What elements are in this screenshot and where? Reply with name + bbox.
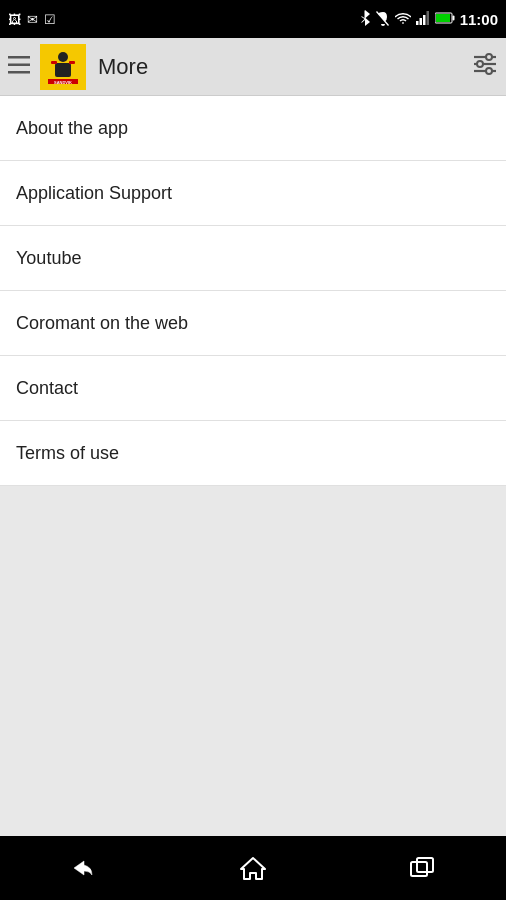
svg-point-18 — [486, 54, 492, 60]
mute-icon — [376, 10, 390, 29]
menu-list: About the app Application Support Youtub… — [0, 96, 506, 486]
status-time: 11:00 — [460, 11, 498, 28]
svg-rect-6 — [452, 15, 454, 20]
svg-rect-9 — [8, 71, 30, 74]
app-logo: SANDVIK — [40, 44, 86, 90]
menu-item-about[interactable]: About the app — [0, 96, 506, 161]
svg-rect-3 — [426, 11, 429, 25]
menu-item-youtube-label: Youtube — [16, 248, 81, 269]
menu-item-coromant[interactable]: Coromant on the web — [0, 291, 506, 356]
wifi-icon — [395, 12, 411, 27]
menu-item-contact-label: Contact — [16, 378, 78, 399]
app-bar: SANDVIK More — [0, 38, 506, 96]
picture-icon: 🖼 — [8, 12, 21, 27]
back-button[interactable] — [54, 848, 114, 888]
svg-rect-24 — [417, 858, 433, 872]
status-bar-right: 11:00 — [360, 10, 498, 29]
recents-button[interactable] — [392, 848, 452, 888]
svg-point-11 — [58, 52, 68, 62]
signal-icon — [416, 11, 430, 28]
filter-icon[interactable] — [472, 53, 498, 80]
svg-rect-12 — [55, 63, 71, 77]
svg-rect-2 — [423, 15, 426, 25]
status-bar-left: 🖼 ✉ ☑ — [8, 12, 56, 27]
empty-area — [0, 486, 506, 836]
menu-item-support[interactable]: Application Support — [0, 161, 506, 226]
bottom-nav-bar — [0, 836, 506, 900]
svg-rect-0 — [416, 21, 419, 25]
menu-item-terms[interactable]: Terms of use — [0, 421, 506, 486]
status-bar: 🖼 ✉ ☑ — [0, 0, 506, 38]
email-icon: ✉ — [27, 12, 38, 27]
menu-item-support-label: Application Support — [16, 183, 172, 204]
bluetooth-icon — [360, 10, 371, 29]
checklist-icon: ☑ — [44, 12, 56, 27]
svg-rect-13 — [51, 61, 57, 64]
menu-item-youtube[interactable]: Youtube — [0, 226, 506, 291]
menu-item-about-label: About the app — [16, 118, 128, 139]
menu-icon[interactable] — [8, 54, 30, 80]
menu-item-terms-label: Terms of use — [16, 443, 119, 464]
svg-rect-1 — [419, 18, 422, 25]
home-button[interactable] — [223, 848, 283, 888]
svg-rect-23 — [411, 862, 427, 876]
svg-rect-8 — [8, 63, 30, 66]
svg-rect-14 — [69, 61, 75, 64]
battery-icon — [435, 12, 455, 27]
menu-item-coromant-label: Coromant on the web — [16, 313, 188, 334]
svg-point-20 — [477, 61, 483, 67]
svg-rect-5 — [436, 14, 450, 22]
svg-point-22 — [486, 68, 492, 74]
menu-item-contact[interactable]: Contact — [0, 356, 506, 421]
svg-text:SANDVIK: SANDVIK — [54, 79, 72, 84]
app-bar-title: More — [98, 54, 472, 80]
svg-rect-7 — [8, 56, 30, 59]
